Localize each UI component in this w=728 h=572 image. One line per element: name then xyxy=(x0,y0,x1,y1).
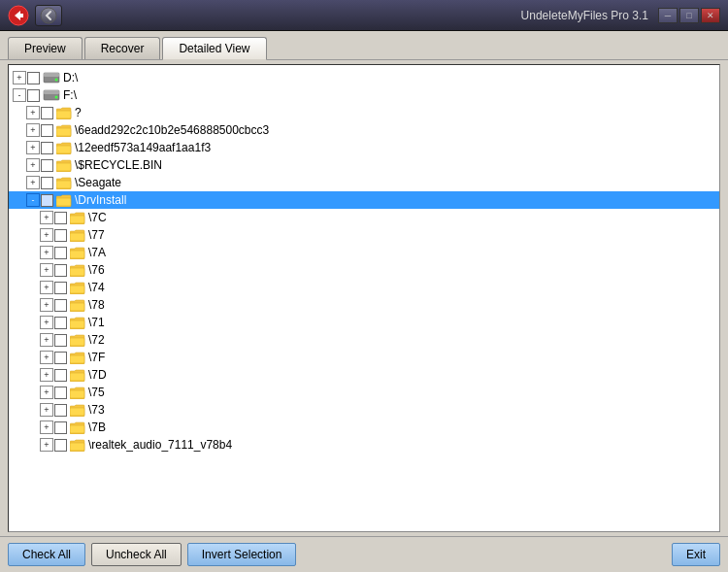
item-checkbox[interactable] xyxy=(54,334,67,347)
expand-icon[interactable]: + xyxy=(40,403,53,417)
item-checkbox[interactable] xyxy=(54,421,67,434)
item-checkbox[interactable] xyxy=(41,142,53,154)
expand-icon[interactable]: + xyxy=(40,281,53,294)
item-checkbox[interactable] xyxy=(41,124,53,137)
item-label: \73 xyxy=(88,403,105,417)
expand-icon[interactable]: + xyxy=(40,333,53,347)
expand-icon[interactable]: + xyxy=(40,386,53,399)
item-checkbox[interactable] xyxy=(41,194,53,207)
item-checkbox[interactable] xyxy=(54,387,67,399)
tree-item[interactable]: + \78 xyxy=(9,296,719,314)
app-icon xyxy=(8,5,29,26)
tab-preview[interactable]: Preview xyxy=(8,37,83,59)
back-button[interactable] xyxy=(35,5,62,26)
svg-rect-21 xyxy=(70,338,84,346)
tree-item[interactable]: + \77 xyxy=(9,226,719,244)
svg-rect-19 xyxy=(70,303,84,311)
tree-item[interactable]: - F:\ xyxy=(9,86,719,104)
svg-rect-22 xyxy=(70,355,84,363)
item-label: \76 xyxy=(88,263,105,277)
expand-icon[interactable]: + xyxy=(26,141,40,154)
item-checkbox[interactable] xyxy=(54,212,67,224)
tree-item[interactable]: + \71 xyxy=(9,314,719,331)
tree-item[interactable]: + \75 xyxy=(9,384,719,401)
tree-item[interactable]: + \realtek_audio_7111_v78b4 xyxy=(9,436,719,454)
check-all-button[interactable]: Check All xyxy=(8,543,85,566)
close-button[interactable]: ✕ xyxy=(701,8,720,23)
item-checkbox[interactable] xyxy=(27,72,40,84)
item-checkbox[interactable] xyxy=(41,159,53,172)
expand-icon[interactable]: + xyxy=(40,298,53,312)
item-checkbox[interactable] xyxy=(41,107,53,119)
item-checkbox[interactable] xyxy=(27,89,40,102)
expand-icon[interactable]: + xyxy=(26,158,40,172)
tree-item[interactable]: + \76 xyxy=(9,261,719,279)
item-label: \7F xyxy=(88,351,105,364)
tree-item[interactable]: + \74 xyxy=(9,279,719,296)
item-checkbox[interactable] xyxy=(54,264,67,277)
expand-icon[interactable]: + xyxy=(40,263,53,277)
drive-icon xyxy=(43,87,60,104)
expand-icon[interactable]: - xyxy=(13,88,26,102)
item-label: \realtek_audio_7111_v78b4 xyxy=(88,438,232,452)
svg-rect-27 xyxy=(70,443,84,451)
tree-item[interactable]: + \12eedf573a149aaf1aa1f3 xyxy=(9,139,719,156)
item-checkbox[interactable] xyxy=(54,317,67,329)
item-label: \71 xyxy=(88,316,105,329)
item-label: \77 xyxy=(88,228,105,242)
item-checkbox[interactable] xyxy=(54,229,67,242)
tree-item[interactable]: + \$RECYCLE.BIN xyxy=(9,156,719,174)
expand-icon[interactable]: + xyxy=(13,71,26,84)
tree-item[interactable]: + \7F xyxy=(9,349,719,366)
item-label: \78 xyxy=(88,298,105,312)
expand-icon[interactable]: + xyxy=(40,351,53,364)
invert-selection-button[interactable]: Invert Selection xyxy=(187,543,297,566)
item-checkbox[interactable] xyxy=(54,299,67,312)
minimize-button[interactable]: ─ xyxy=(658,8,678,23)
item-checkbox[interactable] xyxy=(41,177,53,189)
item-label: \7C xyxy=(88,211,107,224)
expand-icon[interactable]: + xyxy=(40,246,53,259)
svg-rect-24 xyxy=(70,390,84,398)
svg-point-7 xyxy=(55,95,58,98)
tree-item[interactable]: + \Seagate xyxy=(9,174,719,191)
tab-detailed-view[interactable]: Detailed View xyxy=(162,37,266,60)
item-checkbox[interactable] xyxy=(54,369,67,382)
expand-icon[interactable]: + xyxy=(26,123,40,137)
svg-rect-10 xyxy=(56,146,71,153)
item-checkbox[interactable] xyxy=(54,282,67,294)
expand-icon[interactable]: + xyxy=(40,421,53,434)
svg-rect-18 xyxy=(70,286,84,293)
item-checkbox[interactable] xyxy=(54,352,67,364)
expand-icon[interactable]: + xyxy=(40,316,53,329)
item-checkbox[interactable] xyxy=(54,439,67,452)
tree-item-selected[interactable]: - \DrvInstall xyxy=(9,191,719,209)
expand-icon[interactable]: + xyxy=(26,106,40,119)
expand-icon[interactable]: - xyxy=(26,193,40,207)
tree-item[interactable]: + \7C xyxy=(9,209,719,226)
item-checkbox[interactable] xyxy=(54,404,67,417)
item-label: F:\ xyxy=(63,88,77,102)
item-checkbox[interactable] xyxy=(54,247,67,259)
expand-icon[interactable]: + xyxy=(40,368,53,382)
tab-recover[interactable]: Recover xyxy=(84,37,161,59)
maximize-button[interactable]: □ xyxy=(679,8,699,23)
tree-item[interactable]: + \73 xyxy=(9,401,719,419)
expand-icon[interactable]: + xyxy=(40,438,53,452)
folder-icon xyxy=(56,177,72,189)
tree-item[interactable]: + \7A xyxy=(9,244,719,261)
expand-icon[interactable]: + xyxy=(26,176,40,189)
file-tree[interactable]: + D:\ - xyxy=(8,64,720,532)
svg-rect-8 xyxy=(56,111,71,118)
tree-item[interactable]: + \72 xyxy=(9,331,719,349)
expand-icon[interactable]: + xyxy=(40,211,53,224)
tree-item[interactable]: + ? xyxy=(9,104,719,121)
tree-item[interactable]: + \7D xyxy=(9,366,719,384)
tree-item[interactable]: + D:\ xyxy=(9,69,719,86)
uncheck-all-button[interactable]: Uncheck All xyxy=(91,543,182,566)
tree-item[interactable]: + \7B xyxy=(9,419,719,436)
expand-icon[interactable]: + xyxy=(40,228,53,242)
exit-button[interactable]: Exit xyxy=(672,543,720,566)
tree-item[interactable]: + \6eadd292c2c10b2e546888500cbcc3 xyxy=(9,121,719,139)
folder-icon xyxy=(70,352,85,364)
